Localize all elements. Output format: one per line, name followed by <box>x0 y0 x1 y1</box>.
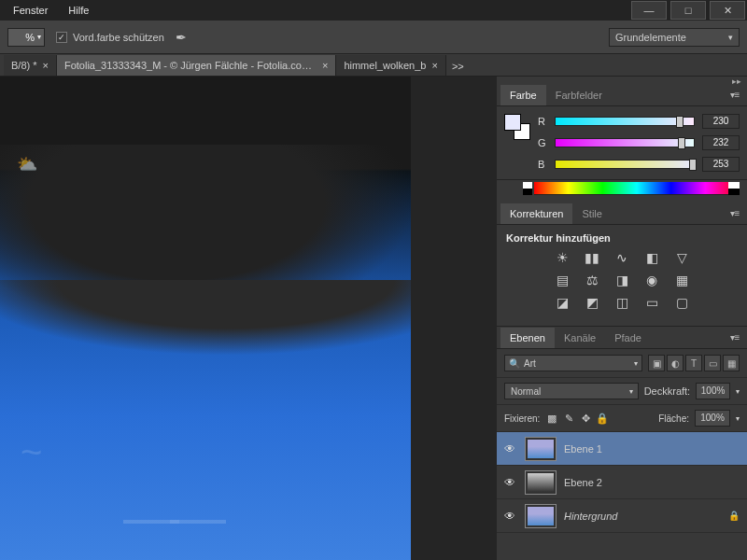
lock-label: Fixieren: <box>504 413 540 424</box>
hue-icon[interactable]: ▤ <box>552 272 572 288</box>
fill-label: Fläche: <box>658 413 689 424</box>
color-spectrum[interactable] <box>534 182 740 195</box>
balance-icon[interactable]: ⚖ <box>582 272 602 288</box>
layer-thumbnail[interactable] <box>525 504 557 528</box>
protect-fg-checkbox[interactable]: ✓Vord.farbe schützen <box>56 32 164 43</box>
panel-menu-icon[interactable]: ▾≡ <box>726 332 743 343</box>
b-label: B <box>538 159 547 170</box>
menu-item[interactable]: Hilfe <box>59 2 98 19</box>
g-label: G <box>538 137 547 148</box>
adjustments-title: Korrektur hinzufügen <box>506 232 738 244</box>
layer-thumbnail[interactable] <box>525 470 557 495</box>
r-slider[interactable] <box>555 117 695 126</box>
layer-thumbnail[interactable] <box>525 437 557 461</box>
bw-icon[interactable]: ◨ <box>612 272 632 288</box>
vibrance-icon[interactable]: ▽ <box>671 249 692 266</box>
layer-name[interactable]: Ebene 2 <box>564 477 602 488</box>
menu-item[interactable]: Fenster <box>4 2 57 19</box>
blend-mode-select[interactable]: Normal <box>504 383 639 399</box>
r-label: R <box>538 116 547 127</box>
invert-icon[interactable]: ◪ <box>552 294 572 311</box>
curves-icon[interactable]: ∿ <box>612 249 632 266</box>
posterize-icon[interactable]: ◩ <box>582 294 602 311</box>
tab-swatches[interactable]: Farbfelder <box>546 85 612 105</box>
tab-channels[interactable]: Kanäle <box>555 328 605 348</box>
opacity-input[interactable]: 100% <box>696 383 730 399</box>
layer-row[interactable]: 👁 Ebene 1 <box>497 432 747 466</box>
photo-filter-icon[interactable]: ◉ <box>641 272 662 288</box>
visibility-icon[interactable]: 👁 <box>504 510 517 523</box>
canvas-area[interactable]: ⛅ —— ~ <box>0 77 497 560</box>
close-icon[interactable]: × <box>431 60 437 71</box>
visibility-icon[interactable]: 👁 <box>504 476 517 489</box>
brush-percent-input[interactable]: %▾ <box>7 28 45 47</box>
brightness-icon[interactable]: ☀ <box>552 249 572 266</box>
panel-collapse-icon[interactable]: ▸▸ <box>497 77 747 84</box>
fill-input[interactable]: 100% <box>695 410 730 427</box>
levels-icon[interactable]: ▮▮ <box>582 249 602 266</box>
close-button[interactable]: ✕ <box>710 1 745 20</box>
selective-color-icon[interactable]: ▢ <box>671 294 692 311</box>
r-value[interactable]: 230 <box>702 114 740 129</box>
tab-color[interactable]: Farbe <box>500 85 546 105</box>
document-tab[interactable]: Fotolia_31333343_M - © Jürgen Fälchle - … <box>57 55 336 76</box>
filter-pixel-icon[interactable]: ▣ <box>648 355 665 371</box>
workspace-select[interactable]: Grundelemente <box>609 28 740 47</box>
lock-move-icon[interactable]: ✥ <box>579 412 592 425</box>
layer-name[interactable]: Ebene 1 <box>564 443 602 455</box>
brush-icon[interactable]: ✒ <box>176 30 187 45</box>
filter-smart-icon[interactable]: ▦ <box>723 355 740 371</box>
document-tab[interactable]: B/8) *× <box>4 55 57 76</box>
maximize-button[interactable]: □ <box>670 1 706 20</box>
filter-shape-icon[interactable]: ▭ <box>704 355 721 371</box>
lock-all-icon[interactable]: 🔒 <box>596 412 609 425</box>
filter-adjust-icon[interactable]: ◐ <box>667 355 684 371</box>
tab-layers[interactable]: Ebenen <box>500 328 555 348</box>
tab-overflow-button[interactable]: >> <box>446 57 470 76</box>
threshold-icon[interactable]: ◫ <box>612 294 632 311</box>
tab-styles[interactable]: Stile <box>572 203 611 224</box>
lock-icon: 🔒 <box>728 511 740 521</box>
color-swatches[interactable] <box>504 114 530 140</box>
opacity-label: Deckkraft: <box>644 385 691 397</box>
channel-mixer-icon[interactable]: ▦ <box>671 272 692 288</box>
close-icon[interactable]: × <box>43 60 49 71</box>
lock-paint-icon[interactable]: ✎ <box>562 412 575 425</box>
layer-row[interactable]: 👁 Hintergrund 🔒 <box>497 499 747 533</box>
tab-adjustments[interactable]: Korrekturen <box>500 203 572 224</box>
tab-paths[interactable]: Pfade <box>605 328 651 348</box>
visibility-icon[interactable]: 👁 <box>504 442 517 455</box>
layer-name[interactable]: Hintergrund <box>564 511 617 522</box>
close-icon[interactable]: × <box>322 60 328 71</box>
gradient-map-icon[interactable]: ▭ <box>641 294 662 311</box>
minimize-button[interactable]: — <box>631 1 667 20</box>
exposure-icon[interactable]: ◧ <box>641 249 662 266</box>
g-value[interactable]: 232 <box>702 135 740 150</box>
b-value[interactable]: 253 <box>702 157 740 172</box>
b-slider[interactable] <box>555 160 695 169</box>
layer-filter-select[interactable]: 🔍 Art▾ <box>504 355 642 371</box>
document-tab[interactable]: himmel_wolken_b× <box>336 55 445 76</box>
panel-menu-icon[interactable]: ▾≡ <box>726 90 743 100</box>
filter-type-icon[interactable]: T <box>685 355 702 371</box>
panel-menu-icon[interactable]: ▾≡ <box>726 208 743 218</box>
layer-row[interactable]: 👁 Ebene 2 <box>497 466 747 499</box>
lock-transparent-icon[interactable]: ▩ <box>545 412 558 425</box>
g-slider[interactable] <box>555 138 695 147</box>
